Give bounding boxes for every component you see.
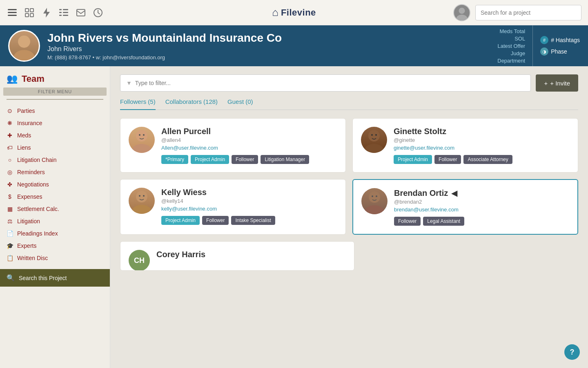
meta-latest-offer[interactable]: Latest Offer (497, 43, 525, 49)
help-button[interactable]: ? (564, 344, 580, 360)
avatar-corey: CH (129, 250, 150, 271)
svg-rect-2 (8, 15, 17, 16)
grid-icon[interactable] (24, 7, 35, 18)
filter-input[interactable] (135, 80, 525, 86)
cards-grid: Allen Purcell @allen4 Allen@user.filevin… (120, 118, 578, 235)
svg-rect-13 (77, 9, 85, 16)
sidebar-item-written-disc[interactable]: 📋 Written Disc (0, 252, 110, 264)
logo-icon: ⌂ (272, 6, 278, 19)
member-email[interactable]: ginette@user.filevine.com (394, 145, 570, 151)
sidebar-item-meds[interactable]: ✚ Meds (0, 129, 110, 141)
badge-follower: Follower (232, 155, 258, 164)
search-project-btn[interactable]: 🔍 Search this Project (0, 269, 110, 287)
card-info-brendan: Brendan Ortiz ◀ @brendan2 brendan@user.f… (394, 188, 569, 226)
sidebar-item-label: Liens (17, 144, 31, 151)
team-tabs: Followers (5) Collaborators (128) Guest … (120, 98, 578, 110)
svg-rect-5 (25, 13, 29, 17)
invite-plus-icon: + (544, 80, 548, 87)
sidebar-item-label: Written Disc (17, 255, 48, 261)
sidebar-item-parties[interactable]: ⊙ Parties (0, 105, 110, 117)
lightning-icon[interactable] (41, 7, 52, 18)
sidebar-item-label: Reminders (17, 169, 45, 175)
svg-point-33 (365, 205, 384, 214)
litigation-chain-icon: ○ (7, 157, 13, 163)
svg-point-16 (457, 14, 468, 20)
svg-point-21 (132, 144, 151, 153)
search-project-icon: 🔍 (7, 274, 15, 282)
hashtags-btn[interactable]: # # Hashtags (540, 36, 580, 44)
sidebar-item-label: Meds (17, 132, 31, 139)
member-email[interactable]: Allen@user.filevine.com (161, 145, 337, 151)
insurance-icon: ❋ (7, 120, 13, 126)
main-layout: 👥 Team FILTER MENU ⊙ Parties ❋ Insurance… (0, 66, 588, 368)
sidebar-item-settlement-calc[interactable]: ▦ Settlement Calc. (0, 203, 110, 215)
svg-point-15 (459, 7, 465, 13)
member-badges: *Primary Project Admin Follower Litigati… (161, 155, 337, 164)
team-card-kelly: Kelly Wiess @kelly14 kelly@user.filevine… (120, 179, 346, 235)
tab-followers[interactable]: Followers (5) (120, 98, 156, 110)
tab-collaborators[interactable]: Collaborators (128) (165, 98, 218, 110)
member-email[interactable]: kelly@user.filevine.com (161, 206, 337, 212)
badge-project-admin: Project Admin (191, 155, 229, 164)
written-disc-icon: 📋 (7, 255, 13, 261)
sidebar-item-pleadings-index[interactable]: 📄 Pleadings Index (0, 227, 110, 240)
sidebar-item-label: Insurance (17, 120, 42, 126)
sidebar-item-experts[interactable]: 🎓 Experts (0, 240, 110, 252)
svg-point-30 (139, 195, 140, 197)
meta-department[interactable]: Department (497, 58, 525, 64)
logo-text: Filevine (281, 7, 316, 18)
tab-guest[interactable]: Guest (0) (227, 98, 253, 110)
experts-icon: 🎓 (7, 242, 13, 249)
case-title: John Rivers vs Mountainland Insurance Co (47, 31, 282, 45)
svg-point-35 (376, 195, 377, 197)
sidebar-item-negotiations[interactable]: ✤ Negotiations (0, 178, 110, 191)
member-handle: @allen4 (161, 137, 337, 143)
sidebar-item-label: Experts (17, 242, 36, 249)
search-input[interactable] (475, 5, 581, 20)
member-handle: @ginette (394, 137, 570, 143)
list-icon[interactable] (58, 7, 69, 18)
sidebar-item-expenses[interactable]: $ Expenses (0, 191, 110, 203)
meta-meds-total[interactable]: Meds Total (500, 28, 526, 34)
card-info-kelly: Kelly Wiess @kelly14 kelly@user.filevine… (161, 188, 337, 225)
sidebar-item-litigation-chain[interactable]: ○ Litigation Chain (0, 154, 110, 166)
badge-follower: Follower (434, 155, 461, 164)
svg-point-23 (143, 134, 145, 136)
main-content: ▼ + + Invite Followers (5) Collaborators… (110, 66, 588, 368)
search-project-label: Search this Project (19, 275, 67, 281)
member-handle: @kelly14 (161, 198, 337, 204)
meta-actions: # # Hashtags ◑ Phase (533, 25, 580, 66)
pleadings-icon: 📄 (7, 230, 13, 237)
user-avatar[interactable] (453, 4, 470, 21)
sidebar-item-litigation[interactable]: ⚖ Litigation (0, 215, 110, 227)
badge-follower: Follower (394, 217, 421, 226)
card-info-corey: Corey Harris (156, 250, 346, 259)
meta-sol[interactable]: SOL (514, 36, 525, 42)
phase-btn[interactable]: ◑ Phase (540, 47, 580, 56)
badge-role: Intake Specialist (231, 216, 275, 225)
sidebar-item-label: Litigation (17, 218, 40, 224)
liens-icon: 🏷 (7, 144, 13, 151)
avatar-brendan (361, 188, 388, 214)
filter-menu-bar[interactable]: FILTER MENU (3, 88, 107, 96)
phone: M: (888) 878-8767 (47, 54, 91, 61)
team-card-ginette: Ginette Stoltz @ginette ginette@user.fil… (352, 118, 578, 173)
hamburger-icon[interactable] (7, 7, 18, 18)
sidebar-item-label: Expenses (17, 193, 42, 200)
clock-icon[interactable] (92, 7, 104, 18)
invite-button[interactable]: + + Invite (536, 74, 578, 92)
meta-judge[interactable]: Judge (511, 50, 525, 56)
filter-input-wrapper: ▼ (120, 74, 531, 92)
svg-point-34 (372, 195, 373, 197)
svg-point-19 (18, 36, 30, 48)
svg-point-28 (136, 191, 147, 202)
member-name: Kelly Wiess (161, 188, 337, 197)
sidebar-item-liens[interactable]: 🏷 Liens (0, 141, 110, 154)
sidebar-divider (7, 99, 103, 100)
hashtag-icon: # (540, 36, 548, 44)
member-email[interactable]: brendan@user.filevine.com (394, 206, 569, 213)
settlement-icon: ▦ (7, 206, 13, 212)
sidebar-item-reminders[interactable]: ◎ Reminders (0, 166, 110, 178)
sidebar-item-insurance[interactable]: ❋ Insurance (0, 117, 110, 129)
mail-icon[interactable] (75, 7, 87, 18)
